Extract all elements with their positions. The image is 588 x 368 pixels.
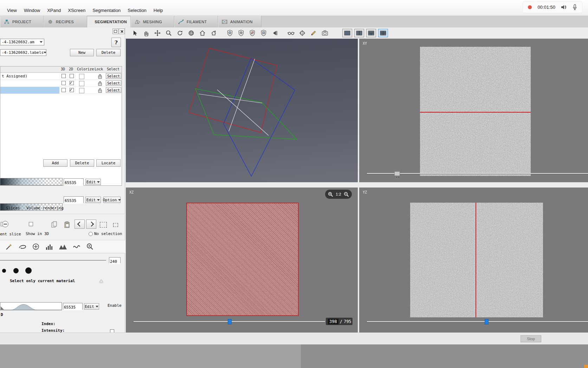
option-button[interactable]: Option [103, 197, 121, 203]
range-max-input[interactable] [64, 180, 83, 186]
menu-xscreen[interactable]: XScreen [64, 7, 89, 14]
material-row-selected[interactable]: Select [0, 87, 122, 94]
brush-size-medium[interactable] [13, 268, 19, 273]
layout-three-button[interactable] [366, 29, 376, 37]
image-data-dropdown[interactable]: -4-13620692.am [0, 39, 44, 45]
tolerance-input[interactable] [109, 259, 120, 264]
xz-slice-current[interactable]: 398 [328, 319, 338, 324]
rotate-button[interactable] [175, 28, 185, 38]
material-row[interactable]: t Assigned) Select [0, 73, 122, 80]
add-material-button[interactable]: Add [43, 159, 67, 167]
lasso-icon[interactable] [18, 242, 27, 251]
contour-icon[interactable] [72, 242, 81, 251]
tophat-icon[interactable] [58, 242, 67, 251]
material-2d-checkbox[interactable] [70, 88, 74, 92]
volume-rendering-checkbox[interactable] [29, 222, 33, 226]
material-2d-checkbox[interactable] [70, 74, 74, 78]
menu-segmentation[interactable]: Segmentation [89, 7, 124, 14]
colorize-swatch[interactable] [79, 81, 84, 86]
colormap-max-input[interactable] [64, 198, 83, 204]
yz-slider-handle[interactable] [485, 319, 489, 324]
tab-meshing[interactable]: MESHING [131, 16, 174, 27]
yz-slice-slider[interactable] [367, 321, 588, 322]
tolerance-slider-track[interactable] [0, 260, 106, 261]
xz-slider-handle[interactable] [228, 319, 232, 324]
layout-two-button[interactable] [354, 29, 364, 37]
pick-button[interactable] [297, 28, 307, 38]
tab-filament[interactable]: FILAMENT [174, 16, 218, 27]
clip-shield-b-button[interactable] [236, 28, 246, 38]
stereo-glasses-button[interactable] [286, 28, 296, 38]
tab-project[interactable]: PROJECT [0, 16, 44, 27]
material-select-button[interactable]: Select [106, 80, 121, 86]
brush-size-small[interactable] [2, 269, 6, 273]
annotate-pencil-button[interactable] [309, 28, 318, 38]
xz-zoom-control[interactable]: 1:2 [325, 190, 352, 199]
tolerance-slider-handle[interactable] [99, 280, 103, 283]
xz-slice-counter[interactable]: 398 / 795 [326, 318, 353, 325]
tab-recipes[interactable]: RECIPES [44, 16, 87, 27]
shrink-selection-button[interactable] [111, 220, 120, 229]
material-select-button[interactable]: Select [106, 87, 121, 93]
viewport-xz[interactable]: XZ 1:2 398 / 795 [126, 188, 358, 332]
colorize-swatch[interactable] [79, 88, 84, 93]
set-home-button[interactable] [209, 28, 219, 38]
range-edit-button[interactable]: Edit [85, 179, 101, 185]
colorize-swatch[interactable] [79, 74, 84, 79]
mask-edit-button[interactable]: Edit [84, 303, 99, 310]
panel-float-button[interactable] [112, 28, 118, 34]
yz-slice-image[interactable] [410, 203, 543, 317]
layout-four-button[interactable] [378, 29, 388, 37]
grow-selection-button[interactable] [99, 220, 108, 229]
yz-slice-line[interactable] [476, 203, 476, 317]
tab-animation[interactable]: ANIMATION [218, 16, 261, 27]
xy-slice-line[interactable] [420, 112, 531, 113]
viewport-3d[interactable] [126, 39, 358, 182]
material-3d-checkbox[interactable] [62, 81, 66, 85]
panel-close-button[interactable] [119, 28, 125, 34]
locate-material-button[interactable]: Locate [96, 159, 121, 167]
threshold-icon[interactable] [45, 242, 53, 251]
menu-window[interactable]: Window [20, 7, 44, 14]
microphone-icon[interactable] [573, 4, 577, 10]
no-selection-radio[interactable] [89, 232, 93, 236]
clip-shield-d-button[interactable] [259, 28, 269, 38]
zoom-tool-icon[interactable] [86, 242, 94, 251]
material-row[interactable]: Select [0, 80, 122, 87]
zoom-out-icon[interactable] [344, 192, 349, 197]
help-button[interactable]: ? [111, 38, 121, 47]
translate-button[interactable] [153, 28, 162, 38]
menu-selection[interactable]: Selection [124, 7, 150, 14]
speaker-icon[interactable] [561, 5, 567, 10]
xy-slice-image[interactable] [420, 47, 531, 176]
delete-button[interactable]: Delete [96, 49, 121, 56]
masking-histogram[interactable] [0, 302, 62, 310]
zoom-in-icon[interactable] [328, 192, 333, 197]
display-range-histogram[interactable] [0, 178, 63, 185]
magic-wand-icon[interactable] [5, 242, 13, 251]
layout-single-button[interactable] [342, 29, 352, 37]
material-2d-checkbox[interactable] [70, 81, 74, 85]
lock-icon[interactable] [98, 74, 102, 79]
clip-shield-a-button[interactable] [225, 28, 235, 38]
previous-slice-button[interactable] [75, 220, 85, 229]
material-3d-checkbox[interactable] [62, 74, 66, 78]
mask-marker-icon[interactable] [1, 306, 4, 310]
xz-slice-image[interactable] [186, 203, 299, 316]
copy-slice-button[interactable] [50, 220, 59, 229]
menu-view[interactable]: View [4, 7, 20, 14]
trackball-button[interactable] [186, 28, 196, 38]
next-slice-button[interactable] [86, 220, 96, 229]
zoom-out-slice-button[interactable] [1, 220, 10, 229]
zoom-button[interactable] [164, 28, 174, 38]
material-select-button[interactable]: Select [106, 73, 121, 79]
stop-button[interactable]: Stop [521, 335, 541, 342]
home-button[interactable] [198, 28, 207, 38]
seek-button[interactable] [270, 28, 280, 38]
unlock-icon[interactable] [98, 88, 102, 93]
delete-material-button[interactable]: Delete [70, 159, 94, 167]
brush-size-large[interactable] [25, 267, 32, 274]
mask-max-input[interactable] [63, 304, 82, 310]
brush-icon[interactable] [32, 242, 40, 251]
new-button[interactable]: New [70, 49, 94, 56]
